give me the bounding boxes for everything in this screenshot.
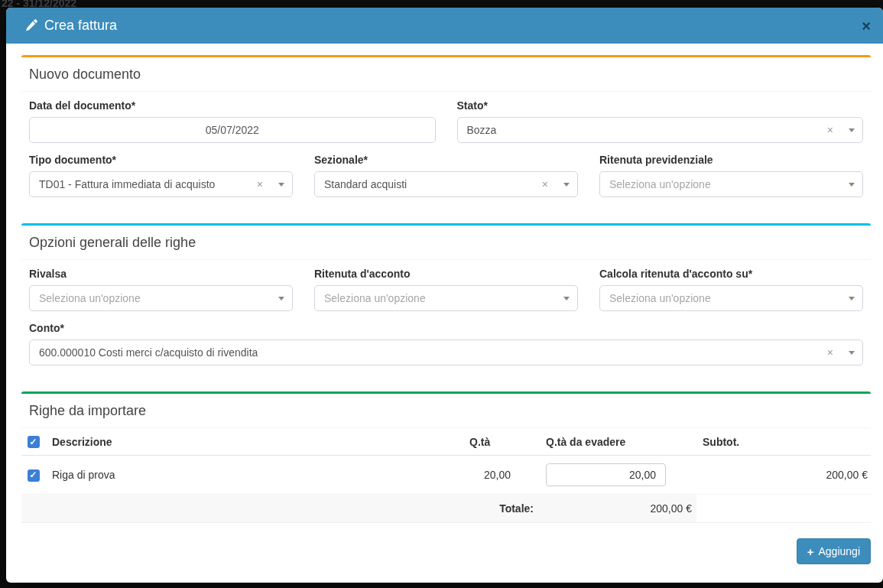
section-title-opzioni-generali: Opzioni generali delle righe [21, 226, 871, 260]
col-header-qta: Q.tà [463, 428, 540, 456]
chevron-down-icon [849, 183, 855, 187]
modal-body: Nuovo documento Data del documento* Stat… [6, 44, 883, 523]
data-documento-label: Data del documento* [29, 99, 436, 112]
clear-icon[interactable]: × [257, 179, 263, 190]
row-subtot: 200,00 € [696, 456, 871, 495]
calcola-ritenuta-placeholder: Seleziona un'opzione [609, 292, 849, 304]
rivalsa-select[interactable]: Seleziona un'opzione [29, 285, 293, 311]
row-qta: 20,00 [463, 456, 540, 495]
table-header-row: Descrizione Q.tà Q.tà da evadere Subtot. [21, 428, 871, 456]
plus-icon: + [807, 546, 814, 557]
close-icon[interactable]: × [862, 18, 871, 34]
chevron-down-icon [563, 183, 570, 187]
ritenuta-previdenziale-label: Ritenuta previdenziale [599, 154, 863, 166]
section-title-nuovo-documento: Nuovo documento [21, 57, 871, 92]
conto-select-value: 600.000010 Costi merci c/acquisto di riv… [39, 346, 827, 359]
field-rivalsa: Rivalsa Seleziona un'opzione [29, 268, 293, 311]
row-descrizione: Riga di prova [46, 456, 463, 495]
ritenuta-previdenziale-placeholder: Seleziona un'opzione [609, 178, 849, 190]
chevron-down-icon [849, 297, 855, 300]
create-invoice-modal: Crea fattura × Nuovo documento Data del … [6, 8, 883, 583]
field-conto: Conto* 600.000010 Costi merci c/acquisto… [29, 322, 863, 365]
clear-icon[interactable]: × [542, 179, 548, 190]
ritenuta-acconto-select[interactable]: Seleziona un'opzione [314, 285, 578, 311]
sezionale-select-value: Standard acquisti [324, 178, 542, 190]
chevron-down-icon [849, 351, 855, 355]
tipo-documento-select[interactable]: TD01 - Fattura immediata di acquisto × [29, 171, 293, 197]
modal-footer: + Aggiungi [6, 534, 883, 564]
total-empty-cell [696, 495, 871, 523]
rivalsa-label: Rivalsa [29, 268, 293, 280]
clear-icon[interactable]: × [827, 347, 833, 358]
chevron-down-icon [849, 128, 855, 132]
section-opzioni-generali: Opzioni generali delle righe Rivalsa Sel… [21, 223, 871, 381]
modal-header: Crea fattura × [6, 8, 883, 44]
chevron-down-icon [278, 297, 284, 300]
tipo-documento-select-value: TD01 - Fattura immediata di acquisto [39, 178, 257, 190]
section-title-righe: Righe da importare [21, 394, 871, 428]
field-sezionale: Sezionale* Standard acquisti × [314, 154, 578, 197]
add-button[interactable]: + Aggiungi [797, 538, 871, 564]
section-righe-da-importare: Righe da importare Descrizione Q.tà Q.tà… [21, 391, 871, 523]
table-row: Riga di prova 20,00 200,00 € [21, 456, 871, 495]
select-all-checkbox[interactable] [28, 436, 40, 448]
row-checkbox[interactable] [28, 469, 40, 482]
ritenuta-acconto-placeholder: Seleziona un'opzione [324, 292, 563, 304]
ritenuta-previdenziale-select[interactable]: Seleziona un'opzione [599, 171, 863, 197]
chevron-down-icon [278, 183, 284, 187]
total-label: Totale: [21, 495, 540, 523]
conto-label: Conto* [29, 322, 863, 334]
rivalsa-placeholder: Seleziona un'opzione [39, 292, 278, 304]
stato-label: Stato* [457, 99, 864, 112]
sezionale-select[interactable]: Standard acquisti × [314, 171, 578, 197]
qta-da-evadere-input[interactable] [546, 463, 666, 486]
calcola-ritenuta-select[interactable]: Seleziona un'opzione [599, 285, 863, 311]
field-tipo-documento: Tipo documento* TD01 - Fattura immediata… [29, 154, 293, 197]
calcola-ritenuta-label: Calcola ritenuta d'acconto su* [599, 268, 863, 280]
stato-select[interactable]: Bozza × [457, 117, 864, 143]
section-body-opzioni-generali: Rivalsa Seleziona un'opzione Ritenuta d'… [21, 260, 871, 381]
field-ritenuta-acconto: Ritenuta d'acconto Seleziona un'opzione [314, 268, 578, 311]
stato-select-value: Bozza [467, 124, 827, 136]
total-row: Totale: 200,00 € [21, 495, 871, 523]
modal-title: Crea fattura [44, 18, 117, 34]
field-calcola-ritenuta: Calcola ritenuta d'acconto su* Seleziona… [599, 268, 863, 311]
tipo-documento-label: Tipo documento* [29, 154, 293, 166]
pencil-icon [24, 19, 37, 32]
section-body-nuovo-documento: Data del documento* Stato* Bozza × [21, 92, 871, 213]
col-header-subtot: Subtot. [696, 428, 871, 456]
righe-table: Descrizione Q.tà Q.tà da evadere Subtot.… [21, 428, 871, 523]
chevron-down-icon [563, 297, 570, 300]
add-button-label: Aggiungi [819, 545, 861, 557]
data-documento-input[interactable] [29, 117, 436, 143]
ritenuta-acconto-label: Ritenuta d'acconto [314, 268, 578, 280]
sezionale-label: Sezionale* [314, 154, 578, 166]
section-nuovo-documento: Nuovo documento Data del documento* Stat… [21, 55, 871, 213]
total-value: 200,00 € [540, 495, 696, 523]
clear-icon[interactable]: × [827, 125, 833, 135]
conto-select[interactable]: 600.000010 Costi merci c/acquisto di riv… [29, 339, 863, 365]
field-data-documento: Data del documento* [29, 99, 436, 143]
col-header-descrizione: Descrizione [46, 428, 463, 456]
field-stato: Stato* Bozza × [457, 99, 864, 143]
col-header-qta-da-evadere: Q.tà da evadere [540, 428, 696, 456]
field-ritenuta-previdenziale: Ritenuta previdenziale Seleziona un'opzi… [599, 154, 863, 197]
